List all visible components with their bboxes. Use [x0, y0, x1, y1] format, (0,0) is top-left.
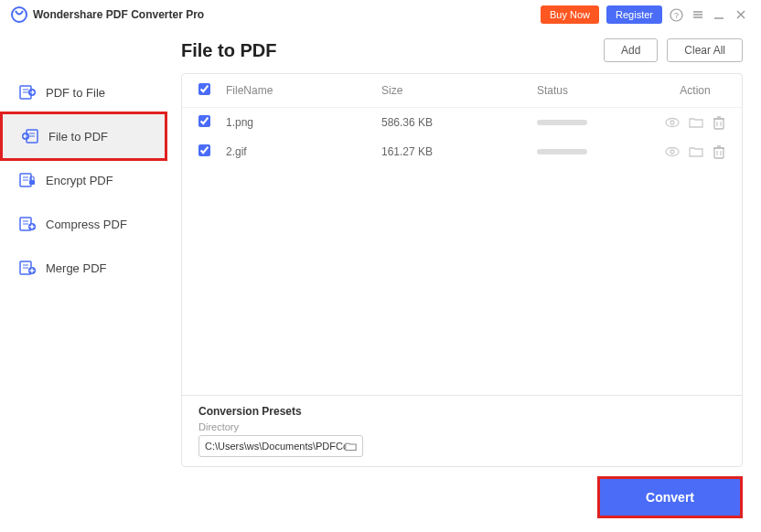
title-bar: Wondershare PDF Converter Pro Buy Now Re… — [0, 0, 761, 29]
file-name: 2.gif — [226, 145, 381, 158]
pdf-to-file-icon — [18, 83, 37, 101]
menu-icon[interactable] — [691, 8, 706, 21]
sidebar-item-label: Compress PDF — [46, 218, 127, 231]
encrypt-pdf-icon — [18, 171, 37, 189]
svg-text:?: ? — [674, 11, 679, 20]
select-all-checkbox[interactable] — [198, 83, 210, 95]
directory-input[interactable] — [205, 441, 345, 452]
file-size: 161.27 KB — [381, 145, 537, 158]
sidebar-item-merge-pdf[interactable]: Merge PDF — [0, 246, 167, 290]
app-logo-icon — [11, 6, 27, 23]
sidebar-item-label: File to PDF — [48, 130, 108, 144]
svg-point-34 — [670, 121, 674, 124]
browse-folder-icon[interactable] — [345, 441, 357, 452]
header-filename: FileName — [226, 84, 381, 97]
svg-rect-35 — [714, 119, 723, 129]
sidebar-item-label: Encrypt PDF — [46, 174, 113, 187]
buy-now-button[interactable]: Buy Now — [541, 5, 599, 24]
status-progress — [537, 149, 587, 154]
sidebar-item-encrypt-pdf[interactable]: Encrypt PDF — [0, 158, 167, 202]
table-row: 1.png 586.36 KB — [182, 108, 742, 137]
file-name: 1.png — [226, 116, 381, 129]
svg-point-33 — [666, 119, 679, 127]
table-row: 2.gif 161.27 KB — [182, 137, 742, 166]
sidebar-item-compress-pdf[interactable]: Compress PDF — [0, 202, 167, 246]
row-checkbox[interactable] — [198, 144, 210, 156]
sidebar-item-pdf-to-file[interactable]: PDF to File — [0, 70, 167, 114]
delete-icon[interactable] — [713, 144, 725, 159]
register-button[interactable]: Register — [606, 5, 662, 24]
merge-pdf-icon — [18, 259, 37, 277]
page-title: File to PDF — [181, 40, 276, 61]
app-title: Wondershare PDF Converter Pro — [33, 8, 204, 21]
header-action: Action — [665, 84, 725, 97]
row-checkbox[interactable] — [198, 115, 210, 127]
sidebar: PDF to File File to PDF Encrypt PDF Comp… — [0, 29, 167, 532]
folder-icon[interactable] — [689, 144, 703, 159]
svg-point-41 — [670, 150, 674, 154]
minimize-icon[interactable] — [713, 9, 728, 20]
sidebar-item-label: Merge PDF — [46, 261, 106, 275]
delete-icon[interactable] — [713, 115, 725, 130]
sidebar-item-label: PDF to File — [46, 86, 105, 100]
sidebar-item-file-to-pdf[interactable]: File to PDF — [0, 112, 167, 161]
status-progress — [537, 120, 587, 125]
file-panel: FileName Size Status Action 1.png 586.36… — [181, 73, 743, 467]
help-icon[interactable]: ? — [670, 8, 684, 22]
directory-label: Directory — [198, 421, 725, 432]
add-button[interactable]: Add — [604, 38, 658, 62]
compress-pdf-icon — [18, 215, 37, 233]
folder-icon[interactable] — [689, 115, 703, 130]
presets-panel: Conversion Presets Directory — [182, 395, 742, 466]
preview-icon[interactable] — [665, 144, 680, 159]
clear-all-button[interactable]: Clear All — [667, 38, 743, 62]
presets-title: Conversion Presets — [198, 405, 725, 418]
svg-rect-42 — [714, 148, 723, 158]
table-header: FileName Size Status Action — [182, 74, 742, 108]
file-size: 586.36 KB — [381, 116, 537, 129]
header-status: Status — [537, 84, 665, 97]
header-size: Size — [381, 84, 537, 97]
svg-rect-20 — [29, 180, 35, 185]
convert-button[interactable]: Convert — [600, 479, 740, 516]
svg-point-40 — [666, 148, 679, 156]
close-icon[interactable] — [735, 9, 750, 20]
file-to-pdf-icon — [21, 127, 39, 145]
preview-icon[interactable] — [665, 115, 680, 130]
